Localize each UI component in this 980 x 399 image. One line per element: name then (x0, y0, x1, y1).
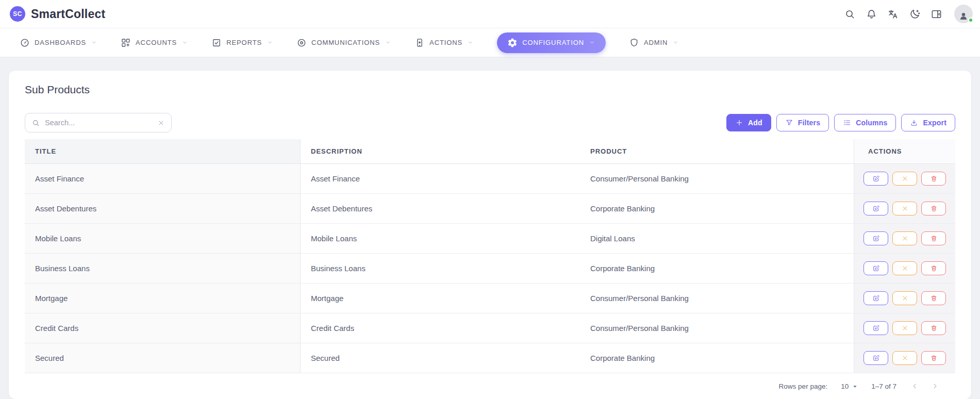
nav-item-communications[interactable]: COMMUNICATIONS (296, 38, 391, 48)
nav-item-label: ACCOUNTS (136, 39, 177, 46)
delete-icon (930, 294, 938, 302)
edit-button[interactable] (863, 291, 888, 305)
delete-button[interactable] (921, 231, 946, 245)
shield-icon (629, 38, 639, 48)
delete-icon (930, 235, 938, 242)
page-content: Sub Products AddFiltersColumnsExport TIT… (0, 57, 980, 399)
moon-stars-icon (909, 8, 921, 20)
rows-per-page-select[interactable]: 10 (841, 383, 858, 390)
search-button[interactable] (844, 8, 856, 20)
product-cell: Corporate Banking (580, 343, 854, 373)
chevron-down-icon (589, 39, 595, 46)
side-panel-button[interactable] (931, 8, 942, 20)
close-icon (901, 294, 909, 302)
cancel-button[interactable] (892, 172, 917, 186)
delete-button[interactable] (921, 172, 946, 186)
export-button[interactable]: Export (901, 114, 955, 131)
cancel-button[interactable] (892, 261, 917, 275)
close-icon (901, 235, 909, 242)
person-icon (958, 10, 969, 22)
user-avatar[interactable] (954, 5, 973, 23)
filters-button[interactable]: Filters (776, 114, 829, 131)
table-row: MortgageMortgageConsumer/Personal Bankin… (25, 284, 955, 313)
button-label: Filters (798, 119, 820, 127)
clear-search-button[interactable] (157, 119, 165, 127)
report-check-icon (211, 38, 222, 48)
actions-cell (854, 164, 955, 194)
toolbar-actions: AddFiltersColumnsExport (726, 114, 955, 131)
translate-icon (887, 8, 899, 20)
nav-item-configuration[interactable]: CONFIGURATION (497, 32, 606, 53)
delete-button[interactable] (921, 321, 946, 335)
cancel-button[interactable] (892, 321, 917, 335)
search-icon (31, 119, 40, 127)
nav-item-dashboards[interactable]: DASHBOARDS (20, 38, 97, 48)
cancel-button[interactable] (892, 231, 917, 245)
close-icon (901, 324, 909, 332)
chevron-down-icon (267, 39, 273, 46)
add-button[interactable]: Add (726, 114, 771, 131)
cancel-button[interactable] (892, 291, 917, 305)
edit-button[interactable] (863, 351, 888, 365)
delete-button[interactable] (921, 202, 946, 215)
nav-item-accounts[interactable]: ACCOUNTS (121, 38, 188, 48)
cancel-button[interactable] (892, 202, 917, 215)
edit-button[interactable] (863, 261, 888, 275)
gauge-icon (20, 38, 30, 48)
notifications-button[interactable] (866, 8, 877, 20)
product-cell: Digital Loans (580, 224, 854, 254)
description-cell: Business Loans (301, 254, 580, 284)
language-button[interactable] (887, 8, 899, 20)
edit-button[interactable] (863, 321, 888, 335)
description-cell: Secured (301, 343, 580, 373)
edit-icon (872, 354, 880, 362)
product-cell: Consumer/Personal Banking (580, 164, 854, 194)
actions-cell (854, 313, 955, 343)
pagination-range: 1–7 of 7 (871, 383, 896, 390)
nav-item-actions[interactable]: ACTIONS (414, 38, 474, 48)
rows-per-page-label: Rows per page: (779, 383, 828, 390)
description-cell: Mortgage (301, 284, 580, 313)
edit-icon (872, 294, 880, 302)
top-header: SC SmartCollect (0, 0, 980, 28)
table-row: Asset FinanceAsset FinanceConsumer/Perso… (25, 164, 955, 194)
nav-item-reports[interactable]: REPORTS (211, 38, 273, 48)
delete-button[interactable] (921, 261, 946, 275)
rows-per-page: Rows per page: 10 (779, 383, 858, 390)
button-label: Add (748, 119, 762, 127)
table-pagination: Rows per page: 10 1–7 of 7 (25, 373, 955, 399)
app-title: SmartCollect (31, 7, 105, 21)
search-input[interactable] (45, 119, 153, 127)
button-label: Columns (856, 119, 887, 127)
widgets-icon (121, 38, 131, 48)
close-icon (901, 175, 909, 182)
product-cell: Corporate Banking (580, 254, 854, 284)
brand[interactable]: SC SmartCollect (10, 6, 105, 22)
table-header-row: TITLEDESCRIPTIONPRODUCTACTIONS (25, 139, 955, 164)
chevron-down-icon (385, 39, 391, 46)
filter-icon (785, 119, 793, 127)
nav-item-admin[interactable]: ADMIN (629, 38, 679, 48)
previous-page-button[interactable] (910, 381, 919, 391)
download-icon (910, 119, 918, 127)
actions-cell (854, 224, 955, 254)
table-row: SecuredSecuredCorporate Banking (25, 343, 955, 373)
toolbar: AddFiltersColumnsExport (25, 113, 955, 132)
next-page-button[interactable] (931, 381, 940, 391)
delete-button[interactable] (921, 351, 946, 365)
chevron-right-icon (931, 381, 940, 391)
cancel-button[interactable] (892, 351, 917, 365)
chevron-left-icon (910, 381, 919, 391)
actions-cell (854, 343, 955, 373)
edit-button[interactable] (863, 202, 888, 215)
title-cell: Business Loans (25, 254, 301, 284)
nav-item-label: COMMUNICATIONS (311, 39, 380, 46)
edit-icon (872, 205, 880, 212)
delete-button[interactable] (921, 291, 946, 305)
dark-mode-button[interactable] (909, 8, 921, 20)
columns-button[interactable]: Columns (834, 114, 896, 131)
column-header-title: TITLE (25, 139, 301, 164)
edit-button[interactable] (863, 172, 888, 186)
table-row: Asset DebenturesAsset DebenturesCorporat… (25, 194, 955, 224)
edit-button[interactable] (863, 231, 888, 245)
